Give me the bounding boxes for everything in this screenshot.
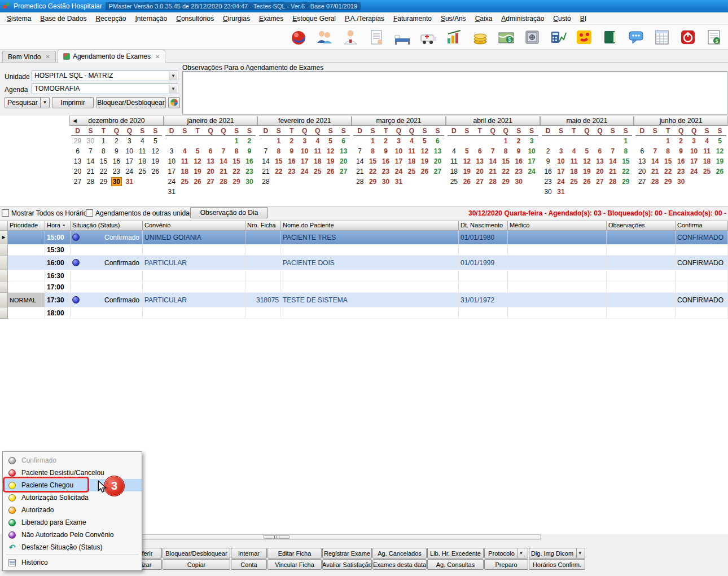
calendar-day[interactable]: 16 xyxy=(285,157,298,166)
agenda-combobox[interactable]: TOMOGRAFIA ▼ xyxy=(32,83,178,94)
doctor-icon[interactable] xyxy=(341,28,360,47)
calendar-month-header[interactable]: abril de 2021 xyxy=(446,116,540,126)
calendar-day[interactable]: 18 xyxy=(448,167,461,176)
calendar-day[interactable]: 1 xyxy=(499,137,512,146)
menu-sus-ans[interactable]: Sus/Ans xyxy=(436,13,471,24)
calendar-day[interactable]: 23 xyxy=(285,167,298,176)
calendar-day-selected[interactable]: 30 xyxy=(111,177,122,186)
button-ag-consultas[interactable]: Ag. Consultas xyxy=(427,559,484,570)
menu-administracao[interactable]: Administração xyxy=(497,13,549,24)
menu-exames[interactable]: Exames xyxy=(255,13,288,24)
calendar-day[interactable]: 30 xyxy=(674,177,687,186)
phone-icon[interactable] xyxy=(574,28,594,47)
chevron-down-icon[interactable]: ▼ xyxy=(169,72,177,80)
calendar-day[interactable]: 3 xyxy=(123,137,136,146)
imprimir-button[interactable]: Imprimir xyxy=(52,97,94,108)
calendar-month-header[interactable]: janeiro de 2021 xyxy=(164,116,258,126)
chat-icon[interactable] xyxy=(626,28,646,47)
calendar-day[interactable]: 1 xyxy=(366,137,379,146)
calendar-day[interactable]: 1 xyxy=(230,137,243,146)
button-bloquear-desbloquear[interactable]: Bloquear/Desbloquear xyxy=(163,548,230,559)
calendar-day[interactable]: 26 xyxy=(713,167,726,176)
power-icon[interactable] xyxy=(678,28,698,47)
menu-faturamento[interactable]: Faturamento xyxy=(389,13,436,24)
menu-recepcao[interactable]: Recepção xyxy=(91,13,130,24)
calendar-day[interactable]: 13 xyxy=(337,147,350,156)
calendar-day[interactable]: 19 xyxy=(324,157,337,166)
calendar-day[interactable]: 31 xyxy=(392,177,405,186)
ambulance-icon[interactable] xyxy=(419,28,438,47)
calendar-month-header[interactable]: fevereiro de 2021 xyxy=(257,116,352,126)
calendar-day[interactable]: 28 xyxy=(648,177,661,186)
calendar-day[interactable]: 11 xyxy=(136,147,149,156)
calendar-day[interactable]: 29 xyxy=(619,177,632,186)
calendar-day[interactable]: 23 xyxy=(379,167,392,176)
calendar-day[interactable]: 11 xyxy=(568,157,581,166)
calendar-day[interactable]: 17 xyxy=(687,157,700,166)
calendar-day[interactable]: 14 xyxy=(84,157,97,166)
calendar-day[interactable]: 4 xyxy=(405,137,418,146)
calendar-month-header[interactable]: maio de 2021 xyxy=(540,116,634,126)
calendar-day[interactable]: 12 xyxy=(149,147,162,156)
calendar-day[interactable]: 27 xyxy=(337,167,350,176)
appointment-row-15-30[interactable]: 15:30 xyxy=(0,244,728,256)
appointment-row-16-00[interactable]: 16:00ConfirmadoPARTICULARPACIENTE DOIS01… xyxy=(0,256,728,270)
calendar-day[interactable]: 30 xyxy=(512,177,525,186)
calendar-day[interactable]: 17 xyxy=(392,157,405,166)
calendar-day[interactable]: 22 xyxy=(97,167,110,176)
menu-sistema[interactable]: Sistema xyxy=(2,13,36,24)
menu-p-a-terapias[interactable]: P.A./Terapias xyxy=(340,13,389,24)
billing-chart-icon[interactable] xyxy=(445,28,464,47)
bloquear-desbloquear-button[interactable]: Bloquear/Desbloquear xyxy=(96,97,166,108)
calendar-day[interactable]: 24 xyxy=(525,167,538,176)
calendar-day[interactable]: 11 xyxy=(311,147,324,156)
calendar-day[interactable]: 21 xyxy=(606,167,619,176)
calendar-day[interactable]: 7 xyxy=(486,147,499,156)
calendar-day[interactable]: 28 xyxy=(217,177,230,186)
calendar-day[interactable]: 30 xyxy=(84,137,97,146)
calendar-day[interactable]: 11 xyxy=(448,157,461,166)
calendar-day[interactable]: 21 xyxy=(353,167,366,176)
calendar-day[interactable]: 20 xyxy=(635,167,648,176)
calendar-day[interactable]: 16 xyxy=(542,167,555,176)
calendar-day[interactable]: 6 xyxy=(337,137,350,146)
calendar-day[interactable]: 22 xyxy=(366,167,379,176)
calendar-day[interactable]: 5 xyxy=(461,147,473,156)
calendar-day[interactable]: 19 xyxy=(713,157,726,166)
sphere-icon[interactable] xyxy=(289,28,308,47)
observacao-do-dia-button[interactable]: Observação do Dia xyxy=(190,207,268,218)
calendar-day[interactable]: 8 xyxy=(366,147,379,156)
context-menu-item-historico[interactable]: Histórico xyxy=(3,556,142,569)
calendar-day[interactable]: 15 xyxy=(97,157,110,166)
spreadsheet-icon[interactable] xyxy=(652,28,672,47)
calendar-day[interactable]: 7 xyxy=(217,147,230,156)
calendar-day[interactable]: 8 xyxy=(97,147,110,156)
calendar-day[interactable]: 4 xyxy=(448,147,461,156)
menu-cirurgias[interactable]: Cirurgias xyxy=(218,13,255,24)
calendar-month-header[interactable]: março de 2021 xyxy=(352,116,446,126)
column-header-nome-do-paciente[interactable]: Nome do Paciente xyxy=(281,221,459,231)
calendar-day[interactable]: 15 xyxy=(272,157,285,166)
calendar-day[interactable]: 13 xyxy=(71,157,84,166)
patients-icon[interactable] xyxy=(315,28,334,47)
button-registrar-exame[interactable]: Registrar Exame xyxy=(322,548,372,559)
show-all-times-checkbox[interactable] xyxy=(2,209,9,217)
calendar-day[interactable]: 28 xyxy=(84,177,97,186)
calendar-day[interactable]: 19 xyxy=(191,167,204,176)
calendar-day[interactable]: 3 xyxy=(525,137,538,146)
tab-agendamento-de-exames[interactable]: Agendamento de Exames ✕ xyxy=(58,50,165,63)
calendar-day[interactable]: 16 xyxy=(674,157,687,166)
calendar-day[interactable]: 29 xyxy=(230,177,243,186)
calendar-day[interactable]: 6 xyxy=(71,147,84,156)
calendar-day[interactable]: 3 xyxy=(555,147,568,156)
calendar-day[interactable]: 2 xyxy=(542,147,555,156)
button-horarios-confirm[interactable]: Horários Confirm. xyxy=(529,559,585,570)
calendar-day[interactable]: 16 xyxy=(243,157,256,166)
calendar-day[interactable]: 5 xyxy=(324,137,337,146)
calendar-day[interactable]: 1 xyxy=(661,137,674,146)
calendar-day[interactable]: 9 xyxy=(110,147,123,156)
calendar-day[interactable]: 19 xyxy=(461,167,473,176)
calendar-day[interactable]: 20 xyxy=(431,157,444,166)
menu-caixa[interactable]: Caixa xyxy=(471,13,497,24)
context-menu-item-liberado-para-exame[interactable]: Liberado para Exame xyxy=(3,516,142,529)
